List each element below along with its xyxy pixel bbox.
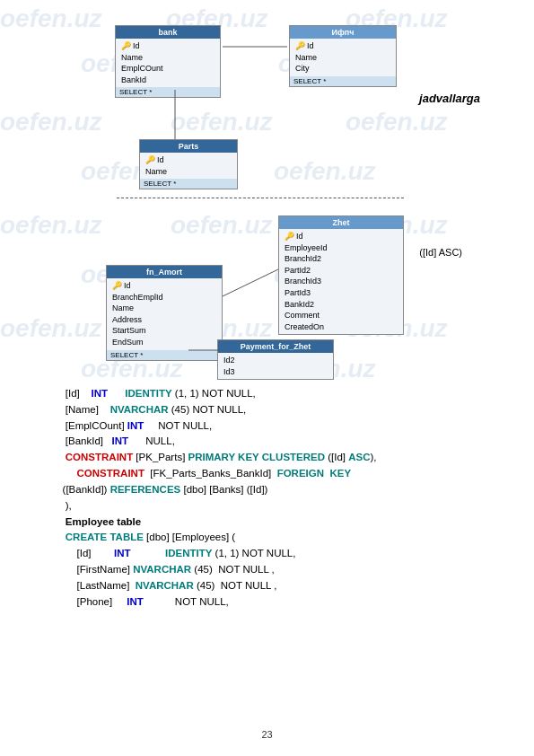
label-asc: ([Id] ASC): [419, 247, 462, 258]
code-line-3: [EmplCOunt] INT NOT NULL,: [54, 418, 494, 435]
page-number: 23: [261, 729, 272, 740]
code-line-11: [Id] INT IDENTITY (1, 1) NOT NULL,: [54, 546, 494, 562]
page-content: jadvallarga bank 🔑Id Name EmplCOunt Bank…: [0, 0, 534, 756]
db-box-parts-footer: SELECT *: [140, 179, 237, 189]
code-line-4: [BankId] INT NULL,: [54, 434, 494, 450]
db-box-banks-body: 🔑Id Name City: [290, 39, 396, 76]
db-box-parts-body: 🔑Id Name: [140, 153, 237, 179]
code-line-13: [LastName] NVARCHAR (45) NOT NULL ,: [54, 578, 494, 594]
divider-line: [117, 198, 404, 198]
code-line-12: [FirstName] NVARCHAR (45) NOT NULL ,: [54, 562, 494, 578]
code-line-6: CONSTRAINT [FK_Parts_Banks_BankId] FOREI…: [54, 466, 494, 482]
db-box-banks: Ифпч 🔑Id Name City SELECT *: [289, 25, 397, 87]
label-jadvallarga: jadvallarga: [419, 92, 480, 105]
db-box-fn-amort-body: 🔑Id BranchEmplId Name Address StartSum E…: [107, 278, 222, 350]
code-section: [Id] INT IDENTITY (1, 1) NOT NULL, [Name…: [54, 386, 494, 610]
db-box-bank-header: bank: [116, 26, 220, 39]
code-line-5: CONSTRAINT [PK_Parts] PRIMARY KEY CLUSTE…: [54, 450, 494, 466]
db-box-bank: bank 🔑Id Name EmplCOunt BankId SELECT *: [115, 25, 221, 98]
code-line-14: [Phone] INT NOT NULL,: [54, 594, 494, 611]
db-box-zhet-header: Zhet: [279, 216, 403, 229]
db-box-zhet: Zhet 🔑Id EmployeeId BranchId2 PartId2 Br…: [278, 215, 404, 335]
db-box-bank-body: 🔑Id Name EmplCOunt BankId: [116, 39, 220, 87]
code-line-1: [Id] INT IDENTITY (1, 1) NOT NULL,: [54, 386, 494, 402]
code-line-2: [Name] NVARCHAR (45) NOT NULL,: [54, 402, 494, 418]
code-line-7: ([BankId]) REFERENCES [dbo] [Banks] ([Id…: [54, 482, 494, 498]
db-box-fn-amort: fn_Amort 🔑Id BranchEmplId Name Address S…: [106, 265, 223, 361]
db-box-bank-footer: SELECT *: [116, 87, 220, 97]
db-box-banks-footer: SELECT *: [290, 76, 396, 86]
db-box-payment-zhet-header: Payment_for_Zhet: [218, 340, 333, 353]
code-line-8: ),: [54, 498, 494, 514]
db-box-zhet-body: 🔑Id EmployeeId BranchId2 PartId2 BranchI…: [279, 229, 403, 334]
db-box-fn-amort-header: fn_Amort: [107, 266, 222, 278]
db-box-banks-header: Ифпч: [290, 26, 396, 39]
db-box-parts: Parts 🔑Id Name SELECT *: [139, 139, 238, 189]
code-line-10: CREATE TABLE [dbo] [Employees] (: [54, 530, 494, 546]
db-box-payment-zhet-body: Id2 Id3: [218, 353, 333, 379]
db-box-parts-header: Parts: [140, 140, 237, 153]
code-line-9: Employee table: [54, 514, 494, 531]
employee-table-label: Employee table: [66, 516, 141, 527]
db-box-payment-zhet: Payment_for_Zhet Id2 Id3: [217, 339, 334, 380]
db-box-fn-amort-footer: SELECT *: [107, 350, 222, 360]
